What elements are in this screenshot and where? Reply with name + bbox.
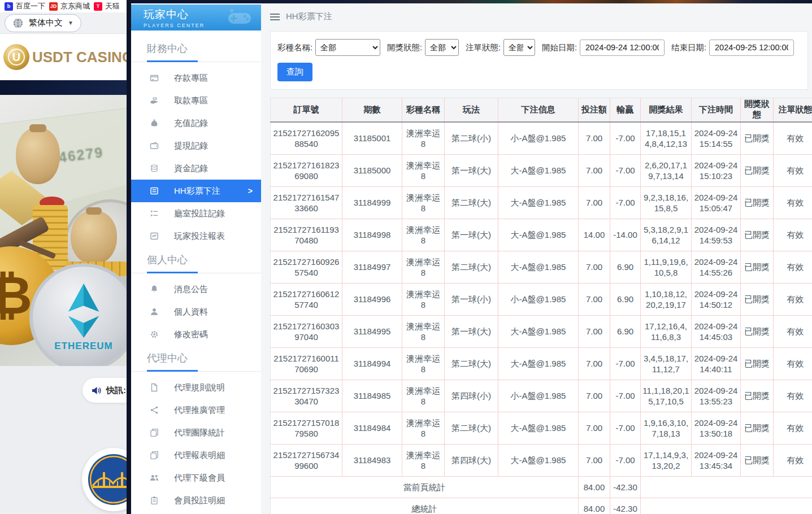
table-cell: 31184994 [342, 347, 402, 380]
top-banner-strip [131, 0, 812, 3]
copy-icon [150, 451, 159, 460]
end-date-input[interactable] [709, 40, 794, 56]
search-button[interactable]: 查詢 [277, 63, 312, 81]
bookmark-baidu[interactable]: b百度一下 [5, 1, 45, 11]
table-cell: 小-A盤@1.985 [498, 380, 579, 412]
table-cell: 2024-09-24 13:55:23 [692, 380, 741, 412]
table-row: 215217271609265754031184997澳洲幸运8第二球(大)大-… [271, 251, 812, 283]
money-bag-image [71, 211, 117, 264]
sidebar-item-消息公告[interactable]: 消息公告> [131, 278, 261, 300]
table-cell: 第一球(小) [445, 283, 498, 315]
chevron-down-icon: ▼ [68, 20, 73, 26]
jd-icon: JD [49, 2, 58, 11]
column-header: 注單狀態 [774, 98, 812, 122]
table-cell: 1,10,18,12,20,2,19,17 [641, 283, 692, 315]
summary-label: 總統計 [271, 498, 579, 514]
sidebar-item-廳室投註記錄[interactable]: 廳室投註記錄> [131, 202, 261, 225]
table-row: 215217271600117069031184994澳洲幸运8第二球(大)大-… [271, 347, 812, 380]
table-cell: 2152172716061257740 [271, 283, 342, 315]
table-cell: 2152172715732330470 [271, 380, 342, 412]
sidebar-item-代理團隊統計[interactable]: 代理團隊統計> [131, 421, 261, 444]
bookmark-tmall[interactable]: T天猫 [94, 1, 120, 11]
sidebar-item-label: HH彩票下注 [174, 186, 220, 197]
speaker-icon [91, 386, 102, 395]
bridge-logo-icon [87, 453, 131, 506]
sidebar-item-代理規則說明[interactable]: 代理規則說明> [131, 376, 261, 399]
copy-icon [150, 428, 159, 437]
table-cell: 7.00 [579, 251, 610, 283]
lottery-name-select[interactable]: 全部 [315, 39, 380, 56]
page-summary-row: 當前頁統計84.00-42.30 [271, 476, 812, 498]
money-bag-tie [29, 124, 46, 132]
gear-icon [150, 330, 159, 339]
sidebar-item-修改密碼[interactable]: 修改密碼> [131, 323, 261, 346]
table-cell: -7.00 [610, 444, 641, 476]
sidebar-item-個人資料[interactable]: 個人資料> [131, 300, 261, 323]
language-selector[interactable]: 繁体中文 ▼ [5, 14, 81, 32]
sidebar-item-充值記錄[interactable]: 充值記錄> [131, 112, 261, 134]
summary-win-loss: -42.30 [610, 498, 641, 514]
main-content: HH彩票下注 彩種名稱: 全部 開獎狀態: 全部 注單狀態: 全部 開始日期: … [261, 0, 812, 514]
table-cell: 已開獎 [741, 315, 774, 347]
table-cell: 有效 [774, 444, 812, 476]
table-cell: 2024-09-24 13:50:18 [692, 412, 741, 444]
table-cell: 已開獎 [741, 380, 774, 412]
table-cell: 31184984 [342, 412, 402, 444]
bookmark-label: 京东商城 [60, 1, 90, 11]
sidebar-item-label: 存款專區 [174, 73, 208, 84]
table-cell: 大-A盤@1.985 [498, 154, 579, 186]
menu-toggle-icon[interactable] [270, 14, 280, 20]
globe-icon [12, 18, 24, 29]
table-cell: 已開獎 [741, 251, 774, 283]
sidebar-item-label: 消息公告 [174, 284, 208, 295]
table-cell: 澳洲幸运8 [402, 412, 445, 444]
order-status-select[interactable]: 全部 [503, 39, 535, 56]
page-title: HH彩票下注 [286, 11, 332, 22]
sidebar-item-提現記錄[interactable]: 提現記錄> [131, 134, 261, 157]
table-cell: 小-A盤@1.985 [498, 122, 579, 155]
table-cell: 9,2,3,18,16,15,8,5 [641, 186, 692, 219]
table-cell: 2024-09-24 14:55:26 [692, 251, 741, 283]
table-cell: 6.90 [610, 251, 641, 283]
table-cell: -7.00 [610, 412, 641, 444]
table-cell: 2152172716182369080 [271, 154, 342, 186]
sidebar-item-玩家投注報表[interactable]: 玩家投注報表> [131, 225, 261, 247]
summary-empty [641, 476, 812, 498]
table-cell: 澳洲幸运8 [402, 186, 445, 219]
sidebar-item-會員投註明細[interactable]: 會員投註明細> [131, 489, 261, 512]
bookmark-jd[interactable]: JD京东商城 [49, 1, 90, 11]
table-cell: 2152172716119370480 [271, 219, 342, 251]
bookmark-label: 百度一下 [16, 1, 45, 11]
table-cell: 第二球(大) [445, 347, 498, 380]
sidebar-item-取款專區[interactable]: 取款專區> [131, 89, 261, 112]
table-cell: 2,6,20,17,19,7,13,14 [641, 154, 692, 186]
table-row: 215217271606125774031184996澳洲幸运8第一球(小)小-… [271, 283, 812, 315]
sidebar-item-會員交易明細[interactable]: 會員交易明細> [131, 512, 261, 514]
sidebar-header: 玩家中心 PLAYERS CENTER [131, 5, 261, 31]
table-cell: 第二球(小) [445, 122, 498, 155]
table-cell: 5,3,18,2,9,16,14,12 [641, 219, 692, 251]
sidebar-item-label: 代理下級會員 [174, 473, 225, 483]
table-row: 215217271603039704031184995澳洲幸运8第一球(大)大-… [271, 315, 812, 347]
table-cell: -7.00 [610, 186, 641, 219]
coins-icon [150, 164, 159, 173]
sidebar-item-資金記錄[interactable]: 資金記錄> [131, 157, 261, 180]
table-cell: 已開獎 [741, 186, 774, 219]
draw-status-select[interactable]: 全部 [425, 39, 459, 56]
moneybag-icon [150, 119, 159, 128]
table-cell: 澳洲幸运8 [402, 315, 445, 347]
sidebar-item-代理報表明細[interactable]: 代理報表明細> [131, 444, 261, 467]
sidebar-item-代理下級會員[interactable]: 代理下級會員> [131, 467, 261, 489]
table-cell: 2024-09-24 14:59:53 [692, 219, 741, 251]
table-cell: -7.00 [610, 154, 641, 186]
column-header: 期數 [342, 98, 402, 122]
sidebar-item-HH彩票下注[interactable]: HH彩票下注> [131, 180, 261, 202]
draw-status-label: 開獎狀態: [387, 42, 422, 53]
start-date-input[interactable] [580, 40, 665, 56]
table-cell: -7.00 [610, 347, 641, 380]
sidebar-item-存款專區[interactable]: 存款專區> [131, 67, 261, 89]
sidebar-section-title: 財務中心 [131, 36, 261, 60]
sidebar-item-代理推廣管理[interactable]: 代理推廣管理> [131, 399, 261, 421]
column-header: 開獎狀態 [741, 98, 774, 122]
table-cell: 大-A盤@1.985 [498, 251, 579, 283]
